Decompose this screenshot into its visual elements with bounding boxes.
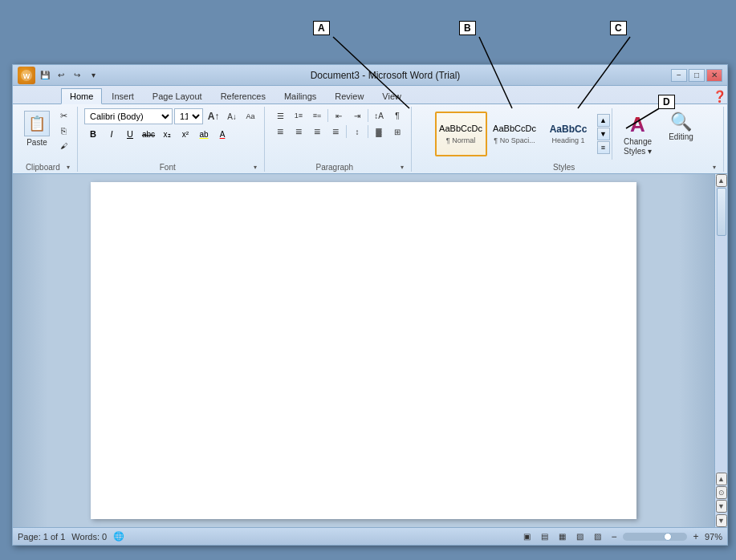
minimize-button[interactable]: − xyxy=(671,69,687,82)
style-normal-name: ¶ Normal xyxy=(446,136,475,144)
paragraph-expand-icon[interactable]: ▾ xyxy=(398,163,406,172)
shrink-font-button[interactable]: A↓ xyxy=(223,109,241,124)
para-divider1 xyxy=(327,109,328,122)
tab-view[interactable]: View xyxy=(373,88,410,103)
help-button[interactable]: ❓ xyxy=(711,88,727,103)
bullets-button[interactable]: ☰ xyxy=(271,108,289,123)
shading-button[interactable]: ▓ xyxy=(370,124,388,139)
justify-button[interactable]: ≡ xyxy=(327,124,344,139)
undo-qat-button[interactable]: ↩ xyxy=(55,69,67,82)
para-divider2 xyxy=(368,109,368,122)
styles-expand-icon[interactable]: ▾ xyxy=(710,163,718,172)
paragraph-label-row: Paragraph ▾ xyxy=(271,163,406,172)
font-size-select[interactable]: 11 xyxy=(174,108,203,124)
qat-customize-button[interactable]: ▾ xyxy=(87,69,100,82)
language-icon[interactable]: 🌐 xyxy=(113,531,124,542)
scroll-track[interactable] xyxy=(716,187,727,471)
highlight-button[interactable]: ab xyxy=(195,126,213,142)
draft-view-button[interactable]: ▨ xyxy=(591,530,605,543)
para-row1: ☰ 1≡ ≡= ⇤ ⇥ ↕A ¶ xyxy=(271,108,406,123)
outline-view-button[interactable]: ▧ xyxy=(573,530,588,543)
multilevel-button[interactable]: ≡= xyxy=(308,108,326,123)
scroll-up-button[interactable]: ▲ xyxy=(716,174,727,187)
styles-gallery: AaBbCcDc ¶ Normal AaBbCcDc ¶ No Spaci...… xyxy=(435,112,595,156)
scroll-down-button[interactable]: ▼ xyxy=(716,514,727,527)
strikethrough-button[interactable]: abc xyxy=(140,126,157,142)
office-button[interactable]: W xyxy=(18,67,35,84)
ribbon-tabs: Home Insert Page Layout References Maili… xyxy=(13,86,727,103)
paragraph-group-content: ☰ 1≡ ≡= ⇤ ⇥ ↕A ¶ ≡ ≡ xyxy=(271,107,406,161)
scroll-select-object-button[interactable]: ⊙ xyxy=(716,486,727,499)
zoom-thumb xyxy=(664,533,672,541)
document-page[interactable] xyxy=(91,182,636,519)
zoom-slider[interactable] xyxy=(623,533,687,541)
ribbon: Home Insert Page Layout References Maili… xyxy=(13,86,727,174)
underline-button[interactable]: U xyxy=(121,126,139,142)
center-button[interactable]: ≡ xyxy=(290,124,307,139)
font-color-button[interactable]: A xyxy=(213,126,231,142)
decrease-indent-button[interactable]: ⇤ xyxy=(330,108,348,123)
print-layout-view-button[interactable]: ▣ xyxy=(520,530,535,543)
editing-label: Editing xyxy=(669,132,693,141)
borders-button[interactable]: ⊞ xyxy=(388,124,406,139)
grow-font-button[interactable]: A↑ xyxy=(205,109,222,124)
styles-more-button[interactable]: ≡ xyxy=(597,141,610,154)
italic-button[interactable]: I xyxy=(103,126,120,142)
copy-button[interactable]: ⎘ xyxy=(55,124,72,138)
show-hide-button[interactable]: ¶ xyxy=(388,108,406,123)
redo-qat-button[interactable]: ↪ xyxy=(71,69,83,82)
line-spacing-button[interactable]: ↕ xyxy=(348,124,366,139)
scroll-extra-buttons: ▲ ⊙ ▼ xyxy=(716,471,727,514)
align-right-button[interactable]: ≡ xyxy=(308,124,326,139)
format-painter-button[interactable]: 🖌 xyxy=(55,139,72,153)
clear-format-button[interactable]: Aa xyxy=(242,109,259,124)
increase-indent-button[interactable]: ⇥ xyxy=(348,108,366,123)
subscript-button[interactable]: x₂ xyxy=(158,126,176,142)
scroll-target-prev-button[interactable]: ▲ xyxy=(716,473,727,485)
superscript-button[interactable]: x² xyxy=(177,126,194,142)
paste-button[interactable]: 📋 Paste xyxy=(21,108,53,149)
tab-review[interactable]: Review xyxy=(326,88,372,103)
font-group: Calibri (Body) 11 A↑ A↓ Aa xyxy=(79,107,265,172)
scroll-thumb[interactable] xyxy=(717,188,726,236)
scroll-target-next-button[interactable]: ▼ xyxy=(716,500,727,513)
word-count: Words: 0 xyxy=(71,532,107,542)
paragraph-group: ☰ 1≡ ≡= ⇤ ⇥ ↕A ¶ ≡ ≡ xyxy=(266,107,412,172)
zoom-in-button[interactable]: + xyxy=(690,531,701,542)
title-text: Document3 - Microsoft Word (Trial) xyxy=(100,70,671,81)
font-name-select[interactable]: Calibri (Body) xyxy=(84,108,173,124)
big-a-decorative-icon: A xyxy=(630,112,645,137)
web-layout-view-button[interactable]: ▦ xyxy=(555,530,570,543)
change-styles-button[interactable]: A ChangeStyles ▾ xyxy=(616,108,661,160)
tab-home[interactable]: Home xyxy=(61,88,102,104)
clipboard-small-buttons: ✂ ⎘ 🖌 xyxy=(55,108,72,153)
font-group-label: Font xyxy=(84,163,251,172)
font-expand-icon[interactable]: ▾ xyxy=(251,163,259,172)
restore-button[interactable]: □ xyxy=(689,69,705,82)
style-no-spacing[interactable]: AaBbCcDc ¶ No Spaci... xyxy=(489,112,541,156)
style-heading1[interactable]: AaBbCc Heading 1 xyxy=(543,112,595,156)
tab-page-layout[interactable]: Page Layout xyxy=(144,88,211,103)
styles-extra: A ChangeStyles ▾ 🔍 Editing xyxy=(612,108,702,160)
ribbon-content: 📋 Paste ✂ ⎘ 🖌 Clipboard ▾ xyxy=(13,103,727,174)
numbering-button[interactable]: 1≡ xyxy=(290,108,307,123)
tab-mailings[interactable]: Mailings xyxy=(275,88,325,103)
tab-insert[interactable]: Insert xyxy=(103,88,143,103)
close-button[interactable]: ✕ xyxy=(706,69,722,82)
tab-references[interactable]: References xyxy=(212,88,274,103)
save-qat-button[interactable]: 💾 xyxy=(39,69,51,82)
styles-up-button[interactable]: ▲ xyxy=(597,114,610,127)
style-heading1-name: Heading 1 xyxy=(551,136,584,144)
align-left-button[interactable]: ≡ xyxy=(271,124,289,139)
style-normal[interactable]: AaBbCcDc ¶ Normal xyxy=(435,112,487,156)
bold-button[interactable]: B xyxy=(84,126,102,142)
full-reading-view-button[interactable]: ▤ xyxy=(538,530,552,543)
vertical-scrollbar[interactable]: ▲ ▲ ⊙ ▼ ▼ xyxy=(714,174,727,527)
editing-button[interactable]: 🔍 Editing xyxy=(661,108,702,160)
cut-button[interactable]: ✂ xyxy=(55,108,72,123)
styles-down-button[interactable]: ▼ xyxy=(597,128,610,140)
clipboard-expand-icon[interactable]: ▾ xyxy=(65,163,72,172)
para-divider4 xyxy=(368,125,368,138)
zoom-out-button[interactable]: − xyxy=(608,531,620,542)
sort-button[interactable]: ↕A xyxy=(370,108,388,123)
